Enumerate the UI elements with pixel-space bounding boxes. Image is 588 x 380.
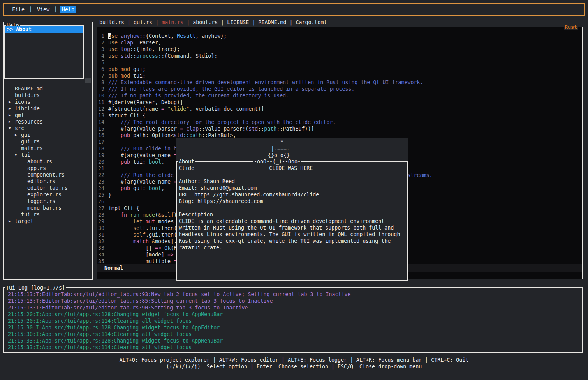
tree-item-label: tui <box>21 152 30 158</box>
line-number: 20 <box>98 159 104 165</box>
code-text: pub tui: bool, <box>108 159 164 165</box>
tab-separator: | <box>152 19 162 25</box>
tree-item-editor_tab-rs[interactable]: editor_tab.rs <box>4 185 92 191</box>
tab-main-rs[interactable]: main.rs <box>162 19 183 25</box>
code-text: #[arg(value_parser = clap::value_parser!… <box>108 125 314 132</box>
language-badge: Rust <box>564 24 578 30</box>
tree-item-gui-rs[interactable]: gui.rs <box>4 138 92 145</box>
chevron-right-icon: ▶ <box>9 112 15 118</box>
tab-readme-md[interactable]: README.md <box>258 19 286 25</box>
tree-item-libclide[interactable]: ▶libclide <box>4 105 92 112</box>
tree-item-label: main.rs <box>21 145 43 152</box>
tab-separator: | <box>124 19 134 25</box>
menu-bar: File│View│Help <box>3 3 585 16</box>
tree-item-main-rs[interactable]: main.rs <box>4 145 92 152</box>
tab-gui-rs[interactable]: gui.rs <box>134 19 152 25</box>
code-text: impl Cli { <box>108 205 139 212</box>
menu-item-file[interactable]: File <box>11 6 26 13</box>
tree-item-component-rs[interactable]: component.rs <box>4 171 92 178</box>
tree-indent <box>9 92 15 99</box>
tree-item-label: README.md <box>15 85 43 92</box>
tab-separator: | <box>183 19 193 25</box>
tree-item-label: src <box>15 125 24 132</box>
line-number: 11 <box>98 99 104 106</box>
tui-log-panel[interactable]: Tui Log [log=1.7/s] 21:15:13:T:EditorTab… <box>3 287 583 353</box>
tree-indent <box>15 145 21 152</box>
code-text: struct Cli { <box>108 112 146 119</box>
code-text: match &modes[. <box>108 238 177 245</box>
code-text: #[arg(value_name = <box>108 152 177 159</box>
line-number: 28 <box>98 212 104 218</box>
tree-item-resources[interactable]: ▶resources <box>4 118 92 125</box>
code-line: 4use std::process::{Command, Stdio}; <box>98 53 581 59</box>
menu-item-help[interactable]: Help <box>60 6 76 13</box>
tree-indent <box>21 198 27 205</box>
line-number: 8 <box>98 79 104 86</box>
dropdown-scrollbar-thumb[interactable] <box>85 78 91 83</box>
tree-item-gui[interactable]: ▶gui <box>4 132 92 138</box>
tree-item-tui-rs[interactable]: tui.rs <box>4 211 92 218</box>
menu-item-about[interactable]: >> About <box>5 26 83 33</box>
code-line: 5 <box>98 59 581 66</box>
tree-indent <box>21 185 27 191</box>
tree-item-build-rs[interactable]: build.rs <box>4 92 92 99</box>
tree-item-about-rs[interactable]: about.rs <box>4 158 92 165</box>
line-number: 29 <box>98 218 104 225</box>
code-text: /// The root directory for the project t… <box>108 119 336 125</box>
tree-item-label: app.rs <box>27 165 46 171</box>
tree-item-icons[interactable]: ▶icons <box>4 99 92 105</box>
code-line: 16 pub path: Option<std::path::PathBuf>, <box>98 132 581 139</box>
tree-item-label: logger.rs <box>27 198 55 205</box>
tab-build-rs[interactable]: build.rs <box>99 19 124 25</box>
tree-item-label: gui.rs <box>21 138 40 145</box>
log-entry: 21:15:30:I:App:src/tui/app.rs:128:Changi… <box>8 324 580 331</box>
code-text: #[arg(value_name = <box>108 179 177 185</box>
code-text: multiple = <box>108 258 177 265</box>
tab-separator: | <box>218 19 227 25</box>
code-line: 8/// Extendable command-line driven deve… <box>98 79 581 86</box>
tree-item-explorer-rs[interactable]: explorer.rs <box>4 191 92 198</box>
about-ascii-art: * |.===. {}o o{} <box>268 139 290 159</box>
log-entry: 21:15:13:T:EditorTab:src/tui/editor_tab.… <box>8 304 580 311</box>
tab-about-rs[interactable]: about.rs <box>193 19 218 25</box>
code-text: } <box>108 192 111 198</box>
log-entry: 21:15:33:I:App:src/tui/app.rs:114:Cleari… <box>8 344 580 351</box>
tree-item-label: icons <box>15 99 30 105</box>
code-text: self.gui.then( <box>108 232 177 238</box>
line-number: 6 <box>98 66 104 72</box>
code-line: 3use log::{info, trace}; <box>98 46 581 53</box>
tree-item-logger-rs[interactable]: logger.rs <box>4 198 92 205</box>
text-cursor: u <box>108 33 111 39</box>
line-number: 5 <box>98 59 104 66</box>
code-text: let mut modes <box>108 218 174 225</box>
code-text: pub mod gui; <box>108 66 146 72</box>
menu-item-view[interactable]: View <box>35 6 51 13</box>
line-number: 22 <box>98 172 104 179</box>
tree-item-editor-rs[interactable]: editor.rs <box>4 178 92 185</box>
line-number: 19 <box>98 152 104 159</box>
about-dialog: * |.===. {}o o{} About -ooO--(_)--Ooo- C… <box>176 138 408 285</box>
line-number: 15 <box>98 125 104 132</box>
tree-item-qml[interactable]: ▶qml <box>4 112 92 118</box>
code-text: pub mod tui; <box>108 72 146 79</box>
line-number: 21 <box>98 165 104 172</box>
line-number: 26 <box>98 198 104 205</box>
tree-item-target[interactable]: ▶target <box>4 218 92 224</box>
line-number: 31 <box>98 232 104 238</box>
tree-item-readme-md[interactable]: README.md <box>4 85 92 92</box>
keybind-help-bar: ALT+Q: Focus project explorer | ALT+W: F… <box>0 357 588 370</box>
code-text: /// If no path is provided, the current … <box>108 92 289 99</box>
tree-indent <box>21 205 27 211</box>
tree-item-src[interactable]: ▼src <box>4 125 92 132</box>
line-number: 33 <box>98 245 104 251</box>
tab-license[interactable]: LICENSE <box>227 19 249 25</box>
tree-item-app-rs[interactable]: app.rs <box>4 165 92 171</box>
tree-item-menu_bar-rs[interactable]: menu_bar.rs <box>4 205 92 211</box>
tree-item-tui[interactable]: ▼tui <box>4 152 92 158</box>
line-number: 10 <box>98 92 104 99</box>
tab-cargo-toml[interactable]: Cargo.toml <box>296 19 327 25</box>
file-tree: README.mdbuild.rs▶icons▶libclide▶qml▶res… <box>4 85 92 224</box>
code-line: 10/// If no path is provided, the curren… <box>98 92 581 99</box>
editor-tabs: build.rs | gui.rs | main.rs | about.rs |… <box>99 19 327 26</box>
tree-item-label: build.rs <box>15 92 40 99</box>
